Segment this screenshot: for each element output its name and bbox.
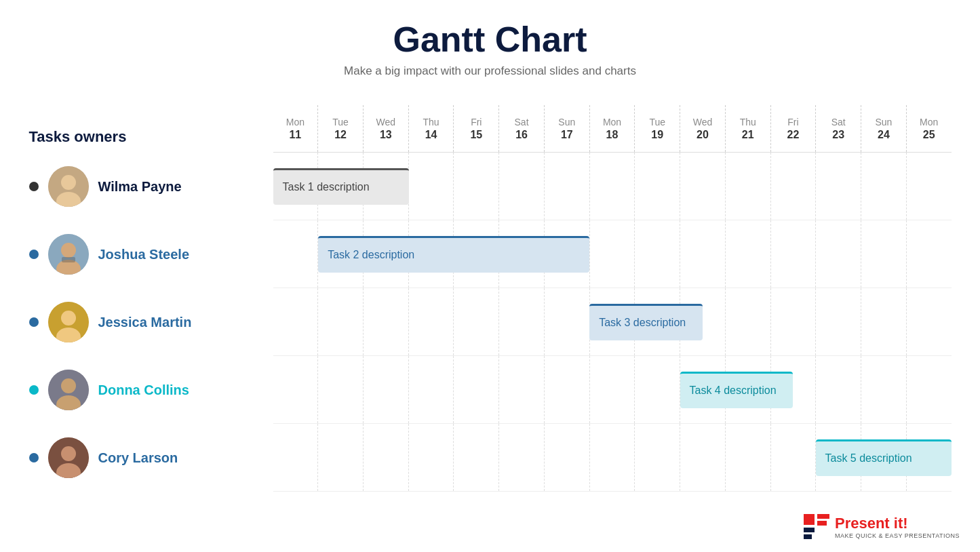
gantt-cell [545,153,590,220]
avatar-donna [48,370,89,410]
gantt-wrapper: Tasks owners Wilma Payne [29,105,952,492]
day-num: 18 [606,129,619,141]
gantt-cell [590,356,635,423]
day-num: 22 [787,129,800,141]
owner-name-jessica: Jessica Martin [98,315,192,330]
gantt-cell [635,220,680,288]
gantt-cell [499,356,545,423]
day-num: 23 [832,129,844,141]
day-name: Mon [603,117,621,127]
gantt-cell [364,288,409,355]
owner-row: Cory Larson [29,424,273,492]
day-col-tue19: Tue 19 [635,105,680,152]
gantt-cell [635,153,680,220]
gantt-cell [907,356,952,423]
brand-text-block: Present it! MAKE QUICK & EASY PRESENTATI… [835,515,960,539]
gantt-cell [409,424,454,491]
day-num: 12 [334,129,347,141]
gantt-cell [680,220,726,288]
gantt-cell [726,288,771,355]
svg-rect-18 [817,521,827,526]
gantt-cell [816,220,861,288]
avatar-cory [48,437,89,478]
owner-name-wilma: Wilma Payne [98,179,182,195]
owner-name-donna: Donna Collins [98,382,189,398]
gantt-cell [318,356,364,423]
day-num: 11 [289,129,301,141]
day-col-sun24: Sun 24 [861,105,907,152]
brand-name: Present it! [835,515,960,532]
gantt-cell [590,153,635,220]
gantt-cell [499,288,545,355]
gantt-cell [726,424,771,491]
day-num: 16 [515,129,528,141]
task-bar-5: Task 5 description [816,439,952,476]
brand-logo: Present it! MAKE QUICK & EASY PRESENTATI… [804,514,960,540]
day-col-fri22: Fri 22 [771,105,817,152]
svg-rect-16 [804,514,815,525]
brand-tagline: MAKE QUICK & EASY PRESENTATIONS [835,532,960,539]
gantt-cell [545,424,590,491]
svg-rect-20 [804,534,812,539]
day-col-thu21: Thu 21 [726,105,771,152]
day-col-thu14: Thu 14 [409,105,454,152]
gantt-cell [771,153,817,220]
gantt-cell [861,356,907,423]
gantt-cell [771,220,817,288]
day-name: Mon [286,117,305,127]
svg-point-1 [61,175,76,190]
day-name: Thu [423,117,439,127]
brand-exclaim: ! [903,515,907,532]
gantt-cell [318,288,364,355]
gantt-cell [499,424,545,491]
owner-name-joshua: Joshua Steele [98,247,190,262]
svg-point-11 [61,378,76,393]
gantt-cell [861,288,907,355]
day-num: 25 [923,129,935,141]
task2-label: Task 2 description [328,249,414,261]
day-num: 17 [561,129,573,141]
task-bar-2: Task 2 description [318,236,589,273]
day-col-sat16: Sat 16 [499,105,545,152]
day-name: Sat [515,117,529,127]
gantt-cell [816,153,861,220]
task5-label: Task 5 description [825,452,912,465]
owner-dot-jessica [29,317,39,327]
owners-header: Tasks owners [29,105,273,153]
day-num: 20 [697,129,709,141]
gantt-cell [590,424,635,491]
day-num: 24 [878,129,890,141]
day-col-sun17: Sun 17 [545,105,590,152]
gantt-cell [771,288,817,355]
gantt-cell [816,288,861,355]
day-num: 21 [742,129,754,141]
day-num: 19 [651,129,663,141]
gantt-row-1: Task 1 description [273,153,952,220]
day-col-mon11: Mon 11 [273,105,319,152]
gantt-cell [907,220,952,288]
page-container: Gantt Chart Make a big impact with our p… [0,0,980,552]
task4-label: Task 4 description [690,385,777,397]
gantt-cell [545,288,590,355]
day-name: Fri [471,117,482,127]
day-col-fri15: Fri 15 [454,105,499,152]
day-name: Fri [787,117,798,127]
page-subtitle: Make a big impact with our professional … [344,64,636,78]
gantt-cell [680,153,726,220]
day-num: 13 [380,129,392,141]
owner-dot-joshua [29,250,39,259]
avatar-joshua [48,234,89,275]
day-name: Tue [332,117,349,127]
avatar-wilma [48,166,89,207]
title-section: Gantt Chart Make a big impact with our p… [344,20,636,78]
gantt-cell [454,288,499,355]
day-col-tue12: Tue 12 [318,105,364,152]
owner-row: Jessica Martin [29,288,273,356]
gantt-cell [635,424,680,491]
brand-icon [804,514,829,540]
gantt-cell [816,356,861,423]
gantt-row-5: Task 5 description [273,424,952,492]
gantt-cell [454,424,499,491]
owner-row: Donna Collins [29,356,273,424]
owner-row: Wilma Payne [29,153,273,220]
